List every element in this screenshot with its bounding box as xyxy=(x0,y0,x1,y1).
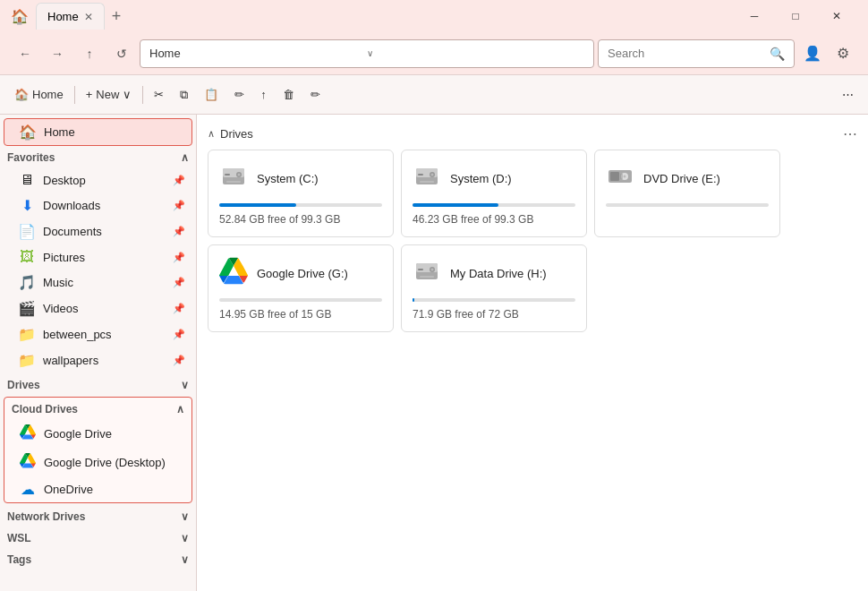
videos-icon: 🎬 xyxy=(18,300,36,317)
sidebar-item-google-drive[interactable]: Google Drive xyxy=(4,419,191,448)
maximize-button[interactable]: □ xyxy=(775,0,816,32)
gdrive-icon-g xyxy=(219,256,248,291)
network-drives-label: Network Drives xyxy=(7,510,85,523)
pin-icon-music: 📌 xyxy=(173,277,185,288)
section-more-button[interactable]: ⋯ xyxy=(843,125,857,142)
drive-progress-g xyxy=(219,298,382,302)
address-value: Home xyxy=(149,47,367,60)
google-drive-desktop-label: Google Drive (Desktop) xyxy=(44,456,184,469)
new-tab-button[interactable]: + xyxy=(112,7,122,26)
toolbar-separator-1 xyxy=(74,86,75,104)
sidebar-item-desktop[interactable]: 🖥 Desktop 📌 xyxy=(4,167,192,193)
network-drives-header[interactable]: Network Drives ∨ xyxy=(0,505,196,527)
pin-icon-documents: 📌 xyxy=(173,226,185,237)
between-pcs-icon: 📁 xyxy=(18,326,36,343)
back-button[interactable]: ← xyxy=(11,39,39,68)
drives-chevron-icon: ∨ xyxy=(181,379,189,391)
drive-name-d: System (D:) xyxy=(450,172,512,185)
title-bar: 🏠 Home ✕ + ─ □ ✕ xyxy=(0,0,868,32)
drive-header-system-c: System (C:) xyxy=(219,161,382,196)
sidebar-item-google-drive-desktop[interactable]: Google Drive (Desktop) xyxy=(4,448,191,476)
drive-card-system-d[interactable]: System (D:) 46.23 GB free of 99.3 GB xyxy=(401,150,587,237)
drive-card-gdrive-g[interactable]: Google Drive (G:) 14.95 GB free of 15 GB xyxy=(208,244,394,332)
wallpapers-icon: 📁 xyxy=(18,352,36,369)
toolbar: 🏠 Home + New ∨ ✂ ⧉ 📋 ✏ ↑ 🗑 ✏ ⋯ xyxy=(0,75,868,115)
hdd-icon-h xyxy=(413,256,441,291)
tab-close-button[interactable]: ✕ xyxy=(84,11,93,23)
wsl-header[interactable]: WSL ∨ xyxy=(0,527,196,548)
sidebar-downloads-label: Downloads xyxy=(43,199,166,212)
drive-free-g: 14.95 GB free of 15 GB xyxy=(219,308,331,321)
sidebar-item-between-pcs[interactable]: 📁 between_pcs 📌 xyxy=(4,321,192,347)
tags-chevron-icon: ∨ xyxy=(181,553,189,566)
address-bar[interactable]: Home ∨ xyxy=(140,39,594,68)
active-tab[interactable]: Home ✕ xyxy=(36,3,105,30)
minimize-button[interactable]: ─ xyxy=(734,0,775,32)
sidebar-item-pictures[interactable]: 🖼 Pictures 📌 xyxy=(4,244,192,270)
sidebar-item-home[interactable]: 🏠 Home xyxy=(4,118,192,146)
pin-icon-videos: 📌 xyxy=(173,303,185,314)
sidebar-item-wallpapers[interactable]: 📁 wallpapers 📌 xyxy=(4,347,192,373)
drive-progress-d xyxy=(413,203,575,207)
svg-rect-11 xyxy=(420,181,434,183)
drives-section-header[interactable]: Drives ∨ xyxy=(0,373,196,395)
music-icon: 🎵 xyxy=(18,274,36,291)
more-button[interactable]: ⋯ xyxy=(835,81,861,109)
onedrive-icon: ☁ xyxy=(19,481,37,498)
drives-grid: System (C:) 52.84 GB free of 99.3 GB xyxy=(208,150,857,347)
edit-button[interactable]: ✏ xyxy=(303,81,328,109)
delete-button[interactable]: 🗑 xyxy=(276,81,302,109)
drive-name-h: My Data Drive (H:) xyxy=(450,267,547,280)
drive-card-mydata-h[interactable]: My Data Drive (H:) 71.9 GB free of 72 GB xyxy=(401,244,587,332)
drive-free-h: 71.9 GB free of 72 GB xyxy=(413,308,519,321)
section-title: Drives xyxy=(220,127,253,141)
copy-button[interactable]: ⧉ xyxy=(173,81,195,109)
drive-name-c: System (C:) xyxy=(257,172,319,185)
svg-rect-16 xyxy=(620,174,623,179)
sidebar-item-music[interactable]: 🎵 Music 📌 xyxy=(4,270,192,296)
home-button[interactable]: 🏠 Home xyxy=(7,81,71,109)
dvd-icon-e xyxy=(606,161,634,196)
new-button[interactable]: + New ∨ xyxy=(79,81,140,109)
main-layout: 🏠 Home Favorites ∧ 🖥 Desktop 📌 ⬇ Downloa… xyxy=(0,115,868,591)
tags-label: Tags xyxy=(7,553,31,566)
up-button[interactable]: ↑ xyxy=(75,39,104,68)
profile-button[interactable]: 👤 xyxy=(798,39,827,68)
sidebar-item-downloads[interactable]: ⬇ Downloads 📌 xyxy=(4,193,192,218)
title-bar-icon: 🏠 xyxy=(11,8,29,25)
new-chevron-icon: ∨ xyxy=(123,88,132,101)
more-icon: ⋯ xyxy=(842,88,854,101)
search-input[interactable] xyxy=(608,47,764,60)
search-icon[interactable]: 🔍 xyxy=(770,47,785,61)
share-button[interactable]: ↑ xyxy=(253,81,274,109)
content-area: ∧ Drives ⋯ xyxy=(197,115,868,591)
edit-icon: ✏ xyxy=(311,88,320,101)
forward-button[interactable]: → xyxy=(43,39,72,68)
drives-section-header-content: ∧ Drives ⋯ xyxy=(208,122,857,150)
search-bar[interactable]: 🔍 xyxy=(598,39,795,68)
settings-button[interactable]: ⚙ xyxy=(829,39,857,68)
sidebar-item-videos[interactable]: 🎬 Videos 📌 xyxy=(4,296,192,321)
sidebar-item-onedrive[interactable]: ☁ OneDrive xyxy=(4,476,191,502)
sidebar: 🏠 Home Favorites ∧ 🖥 Desktop 📌 ⬇ Downloa… xyxy=(0,115,197,591)
drive-card-system-c[interactable]: System (C:) 52.84 GB free of 99.3 GB xyxy=(208,150,394,237)
sidebar-desktop-label: Desktop xyxy=(43,174,166,187)
drive-header-system-d: System (D:) xyxy=(413,161,575,196)
tags-header[interactable]: Tags ∨ xyxy=(0,548,196,570)
sidebar-item-documents[interactable]: 📄 Documents 📌 xyxy=(4,218,192,244)
copy-icon: ⧉ xyxy=(180,88,188,102)
cut-button[interactable]: ✂ xyxy=(147,81,171,109)
home-icon: 🏠 xyxy=(14,88,29,101)
refresh-button[interactable]: ↺ xyxy=(107,39,136,68)
drive-progress-e xyxy=(606,203,769,207)
sidebar-documents-label: Documents xyxy=(43,225,166,238)
svg-point-15 xyxy=(624,176,626,178)
nav-extra-buttons: 👤 ⚙ xyxy=(798,39,857,68)
close-window-button[interactable]: ✕ xyxy=(816,0,857,32)
drive-card-dvd-e[interactable]: DVD Drive (E:) xyxy=(594,150,780,237)
favorites-section-header[interactable]: Favorites ∧ xyxy=(0,146,196,167)
cloud-drives-header[interactable]: Cloud Drives ∧ xyxy=(4,398,191,419)
paste-button[interactable]: 📋 xyxy=(197,81,226,109)
rename-button[interactable]: ✏ xyxy=(227,81,251,109)
section-collapse-icon[interactable]: ∧ xyxy=(208,128,215,140)
